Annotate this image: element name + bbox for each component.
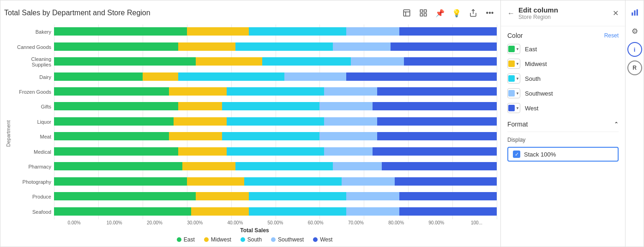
y-label: Seafood — [12, 207, 51, 217]
color-chevron-west: ▼ — [516, 106, 519, 110]
bar-segment-midwest — [143, 72, 178, 81]
legend-item-southwest: Southwest — [271, 236, 304, 243]
bar-row — [54, 72, 497, 81]
legend-item-east: East — [177, 236, 195, 243]
format-section-header[interactable]: Format ⌃ — [507, 120, 619, 132]
bar-segment-south — [249, 192, 346, 200]
x-label: 100... — [457, 220, 497, 225]
bar-segment-south — [244, 177, 342, 186]
bar-segment-southwest — [284, 72, 346, 81]
bulb-icon[interactable]: 💡 — [450, 6, 463, 20]
bar-segment-west — [377, 87, 497, 96]
grid-icon[interactable] — [416, 6, 430, 20]
y-label: Meat — [12, 132, 51, 142]
bar-segment-south — [235, 162, 333, 170]
bar-segment-east — [54, 207, 191, 216]
y-label: Gifts — [12, 102, 51, 112]
y-label: Canned Goods — [12, 42, 51, 52]
color-label-west: West — [525, 105, 538, 112]
pin-icon[interactable]: 📌 — [433, 6, 447, 20]
bar-segment-east — [54, 132, 169, 140]
color-swatch-midwest[interactable]: ▼ — [507, 59, 520, 69]
bar-segment-east — [54, 117, 174, 126]
color-swatch-south[interactable]: ▼ — [507, 73, 520, 84]
bar-row — [54, 207, 497, 216]
info-icon[interactable]: i — [627, 42, 642, 57]
checkbox-checked-icon: ✓ — [513, 151, 520, 158]
bar-segment-east — [54, 192, 196, 200]
chart-panel: Total Sales by Department and Store Regi… — [0, 0, 500, 247]
legend-label-west: West — [320, 236, 332, 243]
more-icon[interactable]: ••• — [483, 6, 497, 20]
y-label: Bakery — [12, 27, 51, 37]
bar-segment-east — [54, 162, 182, 170]
color-label-south: South — [525, 75, 541, 82]
bar-row — [54, 192, 497, 200]
color-section-header: Color Reset — [507, 32, 619, 39]
bar-segment-south — [227, 147, 324, 156]
r-icon[interactable]: R — [627, 60, 642, 75]
bar-segment-southwest — [346, 27, 399, 36]
x-label: 10.00% — [94, 220, 134, 225]
bar-segment-midwest — [178, 102, 223, 110]
x-label: 70.00% — [336, 220, 376, 225]
bar-segment-west — [377, 117, 497, 126]
stack-100-checkbox[interactable]: ✓ Stack 100% — [507, 147, 619, 162]
format-body: Display ✓ Stack 100% — [507, 137, 619, 162]
bar-segment-west — [373, 147, 497, 156]
legend-label-midwest: Midwest — [211, 236, 231, 243]
bar-segment-midwest — [196, 192, 249, 200]
color-dot-south — [508, 75, 515, 82]
bar-row — [54, 42, 497, 51]
color-dot-east — [508, 46, 515, 52]
legend-item-midwest: Midwest — [204, 236, 231, 243]
format-chevron-icon: ⌃ — [614, 121, 619, 127]
bar-row — [54, 132, 497, 140]
legend-item-west: West — [313, 236, 332, 243]
color-chevron-east: ▼ — [516, 47, 519, 51]
color-swatch-southwest[interactable]: ▼ — [507, 88, 520, 98]
bar-segment-midwest — [174, 117, 227, 126]
panel-body: Color Reset ▼East▼Midwest▼South▼Southwes… — [501, 26, 625, 247]
chart-content: BakeryCanned GoodsCleaning SuppliesDairy… — [12, 24, 497, 243]
bar-segment-west — [399, 207, 497, 216]
legend-label-east: East — [184, 236, 195, 243]
panel-close-button[interactable]: ✕ — [613, 9, 619, 18]
format-title: Format — [507, 120, 528, 128]
bar-segment-southwest — [324, 87, 377, 96]
chart-toolbar: Total Sales by Department and Store Regi… — [4, 6, 497, 20]
legend-dot-east — [177, 237, 181, 242]
color-swatch-east[interactable]: ▼ — [507, 44, 520, 54]
y-label: Pharmacy — [12, 162, 51, 172]
color-item-midwest: ▼Midwest — [507, 59, 619, 69]
bar-segment-midwest — [196, 57, 262, 66]
svg-rect-8 — [632, 12, 633, 16]
color-chevron-south: ▼ — [516, 77, 519, 81]
settings-icon[interactable]: ⚙ — [627, 24, 642, 38]
x-label: 90.00% — [416, 220, 457, 225]
bar-row — [54, 162, 497, 170]
color-reset-button[interactable]: Reset — [604, 32, 619, 39]
bar-segment-west — [399, 27, 497, 36]
display-label: Display — [507, 137, 619, 143]
color-item-east: ▼East — [507, 44, 619, 54]
color-item-west: ▼West — [507, 103, 619, 113]
bar-segment-southwest — [333, 42, 391, 51]
color-label-midwest: Midwest — [525, 60, 547, 67]
bar-chart-icon[interactable] — [627, 5, 642, 20]
color-swatch-west[interactable]: ▼ — [507, 103, 520, 113]
y-label: Liquor — [12, 117, 51, 127]
share-icon[interactable] — [466, 6, 480, 20]
bar-segment-south — [249, 207, 346, 216]
bar-row — [54, 147, 497, 156]
table-icon[interactable] — [400, 6, 414, 20]
bar-segment-west — [373, 102, 497, 110]
bar-segment-south — [249, 27, 346, 36]
bar-segment-east — [54, 27, 187, 36]
legend-dot-west — [313, 237, 318, 242]
bar-segment-east — [54, 72, 143, 81]
panel-back-button[interactable]: ← — [507, 9, 515, 18]
gridline — [497, 24, 497, 219]
bar-segment-southwest — [324, 117, 377, 126]
x-labels-row: 0.00%10.00%20.00%30.00%40.00%50.00%60.00… — [54, 220, 497, 225]
